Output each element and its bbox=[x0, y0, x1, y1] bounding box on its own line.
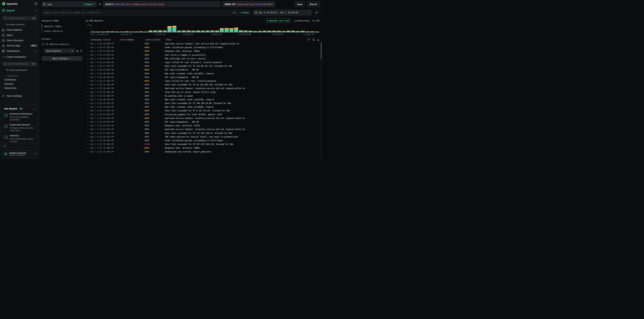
download-icon[interactable] bbox=[317, 38, 319, 41]
row-expand-chevron[interactable]: › bbox=[86, 83, 89, 86]
chart-bar[interactable] bbox=[201, 31, 205, 32]
facet-severitytext[interactable]: SeverityText bbox=[44, 48, 75, 53]
facet-expand-chevron[interactable]: › bbox=[42, 50, 43, 52]
presets-toggle[interactable]: PRESETS bbox=[4, 75, 37, 77]
row-expand-chevron[interactable]: › bbox=[86, 90, 89, 94]
row-expand-chevron[interactable]: › bbox=[86, 139, 89, 142]
table-row[interactable]: › Dec 7 5:59:35.000 PM WARN Response sen… bbox=[86, 49, 322, 53]
table-row[interactable]: › Dec 7 5:59:14.000 PM INFO User alice_w… bbox=[86, 53, 322, 57]
sidebar-item-team-settings[interactable]: Team Settings bbox=[2, 93, 37, 98]
chart-bar[interactable] bbox=[191, 31, 195, 32]
sidebar-collapse-icon[interactable] bbox=[34, 2, 37, 5]
chart-bar[interactable] bbox=[182, 30, 186, 32]
get-started-step-connect[interactable]: Connect to ClickHouse Set up your databa… bbox=[4, 113, 35, 121]
chart-bar[interactable] bbox=[244, 30, 248, 32]
table-row[interactable]: › Dec 7 5:54:05.000 PM INFO Processing p… bbox=[86, 113, 322, 116]
row-expand-chevron[interactable]: › bbox=[86, 142, 89, 146]
table-row[interactable]: › Dec 7 5:56:12.000 PM INFO Rate limit e… bbox=[86, 83, 322, 86]
vertical-scrollbar[interactable] bbox=[320, 42, 322, 159]
table-row[interactable]: › Dec 7 5:52:25.000 PM INFO Background j… bbox=[86, 150, 322, 153]
row-expand-chevron[interactable]: › bbox=[86, 150, 89, 153]
denoise-results-option[interactable]: Denoise Results bbox=[42, 43, 82, 45]
column-header-servicename[interactable]: ∷ServiceName bbox=[118, 38, 143, 42]
chart-bar[interactable] bbox=[158, 30, 162, 32]
chart-bar[interactable] bbox=[163, 30, 167, 32]
event-search-box[interactable]: SQL | Lucene bbox=[41, 9, 251, 15]
get-started-step-sources[interactable]: Create Data Sources Configure where your… bbox=[4, 123, 35, 132]
help-button[interactable]: ? bbox=[2, 144, 8, 149]
table-row[interactable]: › Dec 7 5:59:47.000 PM WARN Order valida… bbox=[86, 46, 322, 49]
mode-lucene-toggle[interactable]: Lucene bbox=[241, 11, 249, 14]
table-row[interactable]: › Dec 7 5:52:54.000 PM INFO Rate limit e… bbox=[86, 131, 322, 135]
chart-bar[interactable] bbox=[239, 30, 243, 32]
drag-handle-icon[interactable]: ∷ bbox=[119, 39, 120, 41]
chart-bar[interactable] bbox=[282, 31, 286, 32]
mode-event-patterns[interactable]: Event Patterns bbox=[42, 29, 82, 33]
chart-bar[interactable] bbox=[291, 31, 295, 32]
chart-bar[interactable] bbox=[248, 31, 252, 32]
chart-bar[interactable] bbox=[168, 26, 172, 32]
table-row[interactable]: › Dec 7 5:58:52.000 PM INFO MFA challeng… bbox=[86, 57, 322, 60]
column-header-body[interactable]: ∷Body bbox=[164, 38, 307, 42]
table-row[interactable]: › Dec 7 5:52:35.000 PM FATAL Rate limit … bbox=[86, 142, 322, 146]
table-row[interactable]: › Dec 7 5:52:46.000 PM INFO JWT token ex… bbox=[86, 135, 322, 139]
sidebar-item-alerts[interactable]: Alerts bbox=[2, 32, 37, 38]
table-row[interactable]: › Dec 7 5:54:43.000 PM INFO Rate limit e… bbox=[86, 101, 322, 105]
sidebar-item-chart-explorer[interactable]: Chart Explorer bbox=[2, 27, 37, 32]
table-row[interactable]: › Dec 7 5:56:15.000 PM WARN Login failed… bbox=[86, 79, 322, 83]
chart-bar[interactable] bbox=[234, 27, 238, 32]
row-expand-chevron[interactable]: › bbox=[86, 101, 89, 105]
source-settings-gear-icon[interactable] bbox=[98, 3, 101, 6]
table-row[interactable]: › Dec 7 5:55:38.000 PM INFO Upstream ser… bbox=[86, 86, 322, 90]
row-expand-chevron[interactable]: › bbox=[86, 57, 89, 60]
wrap-lines-icon[interactable] bbox=[312, 38, 315, 41]
chart-bar[interactable] bbox=[210, 30, 214, 32]
row-expand-chevron[interactable]: › bbox=[86, 72, 89, 75]
chart-bar[interactable] bbox=[153, 30, 157, 32]
table-row[interactable]: › Dec 7 5:53:53.000 PM WARN Upstream ser… bbox=[86, 116, 322, 120]
alerts-button[interactable]: Alerts bbox=[307, 1, 320, 7]
saved-dashboards-input[interactable]: Saved Dashboards ⌘K bbox=[2, 62, 37, 66]
row-expand-chevron[interactable]: › bbox=[86, 98, 89, 101]
chart-bar[interactable] bbox=[272, 31, 276, 32]
table-row[interactable]: › Dec 7 5:53:02.000 PM INFO Upstream ser… bbox=[86, 127, 322, 131]
table-row[interactable]: › Dec 7 5:56:46.000 PM INFO GET /api/v1/… bbox=[86, 75, 322, 79]
get-started-header[interactable]: Get Started 3/3 bbox=[4, 107, 35, 110]
row-expand-chevron[interactable]: › bbox=[86, 113, 89, 116]
table-row[interactable]: › Dec 7 5:58:23.000 PM INFO Login failed… bbox=[86, 60, 322, 64]
date-range-picker[interactable]: Dec 6 18:00:00 - Dec 7 18:00:00 bbox=[253, 9, 312, 15]
row-expand-chevron[interactable]: › bbox=[86, 135, 89, 139]
search-icon[interactable] bbox=[71, 50, 73, 52]
row-expand-chevron[interactable]: › bbox=[86, 46, 89, 49]
row-expand-chevron[interactable]: › bbox=[86, 79, 89, 83]
table-row[interactable]: › Dec 7 5:54:48.000 PM INFO New order cr… bbox=[86, 98, 322, 101]
table-row[interactable]: › Dec 7 5:58:17.000 PM INFO Rate limit e… bbox=[86, 64, 322, 68]
chart-bar[interactable] bbox=[262, 31, 267, 32]
user-menu[interactable]: D dominic.tran@clic... dominic.tran@clic… bbox=[2, 150, 37, 157]
save-button[interactable]: Save bbox=[294, 1, 305, 7]
column-header-timestamp[interactable]: Timestamp (Local) bbox=[89, 38, 118, 42]
table-row[interactable]: › Dec 7 5:56:48.000 PM INFO New order cr… bbox=[86, 72, 322, 75]
resume-live-tail-button[interactable]: Resume Live Tail bbox=[264, 18, 292, 23]
drag-handle-icon[interactable]: ∷ bbox=[144, 39, 145, 41]
chart-bar[interactable] bbox=[196, 30, 200, 32]
table-row[interactable]: › Dec 7 5:54:13.000 PM WARN Rate limit e… bbox=[86, 109, 322, 113]
bar-chart-icon[interactable] bbox=[76, 50, 78, 52]
denoise-checkbox[interactable] bbox=[42, 43, 44, 45]
chart-bar[interactable] bbox=[172, 26, 176, 32]
row-expand-chevron[interactable]: › bbox=[86, 94, 89, 98]
chart-bar[interactable] bbox=[286, 31, 290, 32]
chart-bar[interactable] bbox=[296, 31, 300, 32]
sidebar-item-dashboards[interactable]: Dashboards bbox=[2, 48, 37, 53]
preset-item-clickhouse[interactable]: ClickHouse bbox=[4, 78, 37, 82]
chart-bar[interactable] bbox=[148, 30, 152, 32]
chart-bar[interactable] bbox=[177, 31, 181, 32]
table-row[interactable]: › Dec 7 5:55:07.000 PM INFO No pending j… bbox=[86, 94, 322, 98]
chart-bar[interactable] bbox=[230, 28, 234, 32]
table-row[interactable]: › Dec 7 5:54:19.000 PM INFO New order cr… bbox=[86, 105, 322, 109]
row-expand-chevron[interactable]: › bbox=[86, 120, 89, 124]
code-view-icon[interactable] bbox=[308, 38, 310, 41]
table-row[interactable]: › Dec 7 5:53:34.000 PM INFO Response sen… bbox=[86, 124, 322, 127]
row-expand-chevron[interactable]: › bbox=[86, 64, 89, 68]
preset-item-kubernetes[interactable]: Kubernetes bbox=[4, 86, 37, 90]
